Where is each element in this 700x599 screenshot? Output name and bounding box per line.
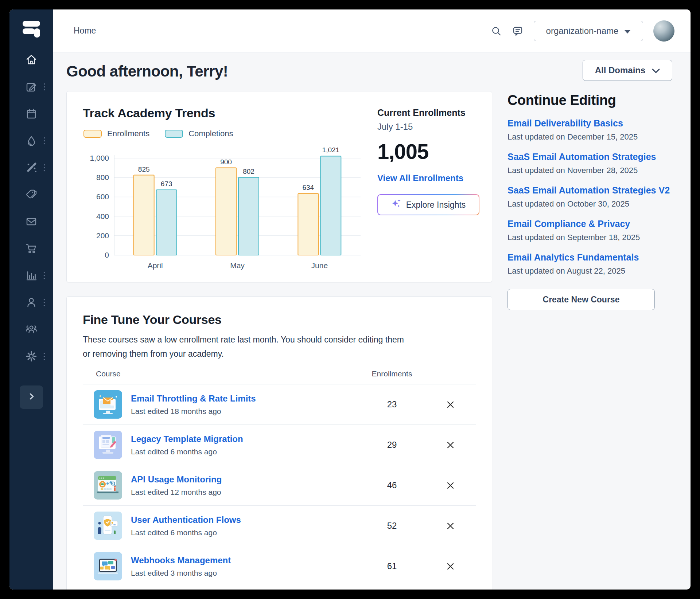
fine-tune-title: Fine Tune Your Courses xyxy=(83,313,476,327)
course-thumbnail-monitor-template xyxy=(94,431,122,459)
search-icon[interactable] xyxy=(491,26,502,36)
svg-text:200: 200 xyxy=(96,231,109,240)
column-header-enrollments: Enrollments xyxy=(359,369,425,378)
courses-table: Course Enrollments xyxy=(83,369,476,586)
continue-editing-link[interactable]: Email Compliance & Privacy xyxy=(508,219,672,229)
course-link[interactable]: Legacy Template Migration xyxy=(131,434,359,444)
continue-editing-link[interactable]: SaaS Email Automation Strategies V2 xyxy=(508,185,672,196)
chevron-right-icon xyxy=(27,392,36,403)
trends-bar-chart: 02004006008001,000825673April900802May63… xyxy=(83,145,366,271)
course-link[interactable]: User Authentication Flows xyxy=(131,515,359,525)
chat-icon[interactable] xyxy=(512,25,524,37)
right-panel: All Domains Continue Editing Email Deliv… xyxy=(508,58,672,590)
svg-text:634: 634 xyxy=(302,184,314,191)
close-icon[interactable] xyxy=(444,479,457,492)
chart-legend: EnrollmentsCompletions xyxy=(83,129,366,138)
course-thumbnail-phone-shield xyxy=(94,512,122,540)
greeting-heading: Good afternoon, Terry! xyxy=(66,63,492,80)
sidebar-item-bar-chart bar-chart-icon[interactable] xyxy=(24,268,39,283)
explore-insights-button[interactable]: Explore Insights xyxy=(377,194,479,215)
chevron-down-icon xyxy=(652,65,660,75)
column-header-course: Course xyxy=(96,369,359,378)
main-area: Home organization-name xyxy=(53,9,691,590)
close-cell xyxy=(425,398,476,411)
close-icon[interactable] xyxy=(444,438,457,451)
enrollment-count: 23 xyxy=(359,399,425,410)
sidebar-item-cart cart-icon[interactable] xyxy=(24,241,39,256)
current-enrollments-heading: Current Enrollments xyxy=(377,107,479,118)
overflow-menu-icon[interactable] xyxy=(43,298,46,309)
continue-editing-item: Email Analytics Fundamentals Last update… xyxy=(508,252,672,276)
close-cell xyxy=(425,519,476,532)
close-icon[interactable] xyxy=(444,560,457,573)
breadcrumb: Home xyxy=(74,26,96,36)
sidebar xyxy=(9,9,53,590)
user-avatar[interactable] xyxy=(653,20,674,42)
course-link[interactable]: Email Throttling & Rate Limits xyxy=(131,394,359,404)
sidebar-item-tag tag-icon[interactable] xyxy=(24,187,39,202)
enrollment-count: 61 xyxy=(359,561,425,571)
sidebar-item-home home-icon[interactable] xyxy=(24,52,39,67)
current-enrollments-range: July 1-15 xyxy=(377,122,479,132)
svg-text:0: 0 xyxy=(105,251,109,259)
content: Good afternoon, Terry! Track Academy Tre… xyxy=(53,52,691,590)
sidebar-item-compose compose-icon[interactable] xyxy=(24,79,39,94)
current-enrollments-panel: Current Enrollments July 1-15 1,005 View… xyxy=(377,106,479,273)
left-column: Good afternoon, Terry! Track Academy Tre… xyxy=(66,58,492,590)
course-link[interactable]: API Usage Monitoring xyxy=(131,474,359,485)
current-enrollments-value: 1,005 xyxy=(377,139,479,164)
sidebar-item-gear gear-icon[interactable] xyxy=(24,349,39,364)
sidebar-item-envelope envelope-icon[interactable] xyxy=(24,214,39,229)
sidebar-item-user user-icon[interactable] xyxy=(24,295,39,310)
sidebar-item-magic-wand magic-wand-icon[interactable] xyxy=(24,160,39,175)
course-last-edited: Last edited 6 months ago xyxy=(131,447,359,456)
close-icon[interactable] xyxy=(444,519,457,532)
close-icon[interactable] xyxy=(444,398,457,411)
sidebar-item-calendar calendar-icon[interactable] xyxy=(24,106,39,121)
trends-title: Track Academy Trends xyxy=(83,106,366,120)
close-cell xyxy=(425,560,476,573)
sidebar-item-droplet droplet-icon[interactable] xyxy=(24,133,39,148)
continue-editing-date: Last updated on August 22, 2025 xyxy=(508,266,672,276)
continue-editing-link[interactable]: SaaS Email Automation Strategies xyxy=(508,152,672,162)
explore-insights-inner: Explore Insights xyxy=(378,195,479,215)
all-domains-dropdown[interactable]: All Domains xyxy=(583,60,672,81)
overflow-menu-icon[interactable] xyxy=(43,271,46,282)
organization-name: organization-name xyxy=(546,26,619,36)
fine-tune-card: Fine Tune Your Courses These courses saw… xyxy=(66,296,492,590)
table-row: API Usage Monitoring Last edited 12 mont… xyxy=(83,465,476,506)
svg-text:400: 400 xyxy=(96,212,109,220)
continue-editing-date: Last updated on September 18, 2025 xyxy=(508,233,672,242)
course-cell: Legacy Template Migration Last edited 6 … xyxy=(131,434,359,456)
trends-card: Track Academy Trends EnrollmentsCompleti… xyxy=(66,91,492,282)
create-new-course-button[interactable]: Create New Course xyxy=(508,289,655,310)
app-window: Home organization-name xyxy=(9,9,691,590)
overflow-menu-icon[interactable] xyxy=(43,83,46,93)
view-all-enrollments-link[interactable]: View All Enrollments xyxy=(377,173,479,183)
continue-editing-item: SaaS Email Automation Strategies V2 Last… xyxy=(508,185,672,209)
svg-text:802: 802 xyxy=(243,168,254,175)
explore-insights-label: Explore Insights xyxy=(406,200,466,210)
courses-table-header: Course Enrollments xyxy=(83,369,476,384)
legend-label: Enrollments xyxy=(107,129,149,138)
chevron-down-icon xyxy=(624,26,631,36)
sidebar-item-user-group user-group-icon[interactable] xyxy=(24,322,39,337)
course-cell: User Authentication Flows Last edited 6 … xyxy=(131,515,359,537)
all-domains-label: All Domains xyxy=(595,65,646,75)
continue-editing-link[interactable]: Email Analytics Fundamentals xyxy=(508,252,672,263)
course-link[interactable]: Webhooks Management xyxy=(131,555,359,565)
svg-text:673: 673 xyxy=(161,180,172,188)
overflow-menu-icon[interactable] xyxy=(43,164,46,174)
organization-dropdown[interactable]: organization-name xyxy=(534,21,643,41)
course-thumbnail-dashboard xyxy=(94,471,122,500)
topbar: Home organization-name xyxy=(53,9,691,52)
overflow-menu-icon[interactable] xyxy=(43,137,46,147)
sidebar-expand-button[interactable] xyxy=(20,385,43,409)
sparkle-icon xyxy=(391,199,401,211)
continue-editing-link[interactable]: Email Deliverability Basics xyxy=(508,118,672,129)
enrollment-count: 29 xyxy=(359,440,425,450)
table-row: Webhooks Management Last edited 3 months… xyxy=(83,546,476,586)
app-logo[interactable] xyxy=(21,18,42,39)
table-row: Email Throttling & Rate Limits Last edit… xyxy=(83,384,476,425)
overflow-menu-icon[interactable] xyxy=(43,352,46,363)
